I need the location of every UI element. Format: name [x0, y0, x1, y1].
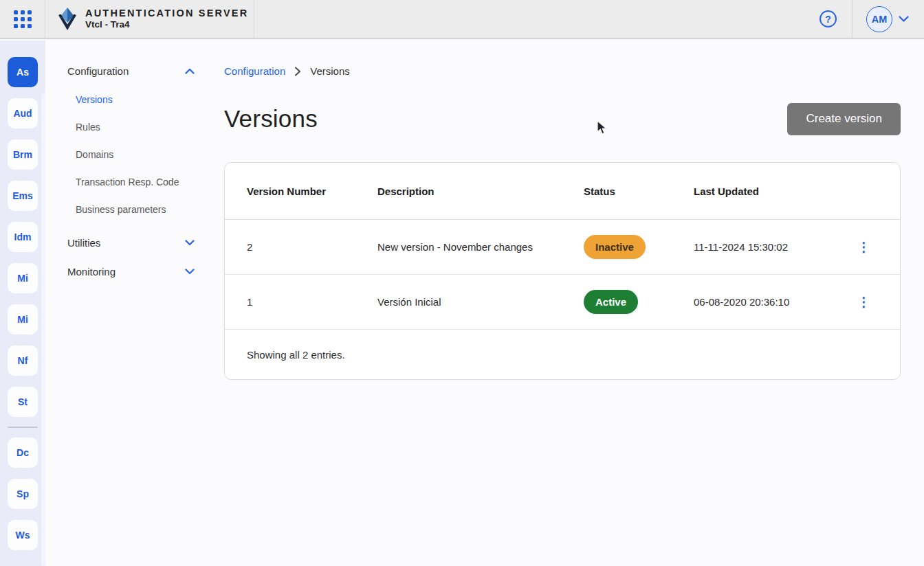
cell-actions: ⋮: [855, 240, 872, 253]
kebab-menu-icon[interactable]: ⋮: [857, 240, 870, 254]
table-row: 2 New version - November changes Inactiv…: [225, 220, 900, 275]
rail-item-mi[interactable]: Mi: [8, 304, 38, 335]
column-header-version-number: Version Number: [247, 185, 377, 197]
versions-table-body: 2 New version - November changes Inactiv…: [225, 220, 900, 330]
rail-item-ems[interactable]: Ems: [8, 181, 38, 211]
kebab-menu-icon[interactable]: ⋮: [857, 295, 870, 309]
chevron-down-icon: [899, 16, 909, 22]
column-header-status: Status: [584, 185, 694, 197]
rail-item-st[interactable]: St: [8, 387, 38, 417]
rail-item-sp[interactable]: Sp: [8, 479, 38, 509]
entries-count-text: Showing all 2 entries.: [247, 349, 345, 361]
nav-section-label: Utilities: [67, 237, 100, 249]
nav-section-header[interactable]: Monitoring: [45, 262, 214, 281]
nav-section-label: Configuration: [67, 65, 129, 77]
sidebar-item-business-parameters[interactable]: Business parameters: [45, 196, 214, 223]
rail-item-brm[interactable]: Brm: [8, 139, 38, 170]
brand: AUTHENTICATION SERVER Vtcl - Tra4: [45, 0, 254, 38]
breadcrumb-chevron-icon: [294, 67, 301, 76]
status-badge: Active: [584, 290, 638, 314]
column-header-last-updated: Last Updated: [694, 185, 855, 197]
cell-version-number: 2: [247, 241, 377, 253]
nav-section: Monitoring: [45, 262, 214, 281]
cell-description: New version - November changes: [377, 241, 584, 253]
chevron-down-icon: [185, 269, 195, 275]
nav-section-label: Monitoring: [67, 266, 116, 278]
breadcrumb-link-configuration[interactable]: Configuration: [224, 65, 285, 77]
cell-actions: ⋮: [855, 295, 872, 308]
table-row: 1 Versión Inicial Active 06-08-2020 20:3…: [225, 275, 900, 330]
column-header-description: Description: [377, 185, 584, 197]
sidebar-item-domains[interactable]: Domains: [45, 141, 214, 168]
sidebar-item-versions[interactable]: Versions: [45, 86, 214, 113]
cell-status: Inactive: [584, 235, 694, 259]
rail-item-idm[interactable]: Idm: [8, 222, 38, 252]
help-icon[interactable]: ?: [820, 10, 837, 27]
apps-grid-icon: [14, 10, 32, 28]
cell-version-number: 1: [247, 296, 377, 308]
sidebar-item-rules[interactable]: Rules: [45, 113, 214, 141]
brand-text: AUTHENTICATION SERVER Vtcl - Tra4: [85, 7, 248, 31]
nav-sublist: VersionsRulesDomainsTransaction Resp. Co…: [45, 86, 214, 223]
rail-divider: [8, 427, 38, 428]
sidebar-item-transaction-resp-code[interactable]: Transaction Resp. Code: [45, 168, 214, 196]
avatar: AM: [866, 6, 892, 32]
breadcrumb-current: Versions: [310, 65, 350, 77]
gem-logo-icon: [57, 7, 78, 32]
cell-description: Versión Inicial: [377, 296, 584, 308]
versions-table: Version Number Description Status Last U…: [224, 162, 901, 380]
rail-item-as[interactable]: As: [8, 57, 38, 87]
rail-item-dc[interactable]: Dc: [8, 438, 38, 468]
cell-last-updated: 06-08-2020 20:36:10: [694, 296, 855, 308]
app-subtitle: Vtcl - Tra4: [85, 19, 248, 31]
table-header-row: Version Number Description Status Last U…: [225, 163, 900, 220]
user-menu[interactable]: AM: [852, 0, 924, 38]
topbar: AUTHENTICATION SERVER Vtcl - Tra4 ? AM: [0, 0, 924, 39]
cell-status: Active: [584, 290, 694, 314]
nav-section: Configuration VersionsRulesDomainsTransa…: [45, 61, 214, 223]
nav-section: Utilities: [45, 233, 214, 252]
cell-last-updated: 11-11-2024 15:30:02: [694, 241, 855, 253]
create-version-button[interactable]: Create version: [787, 103, 901, 135]
app-rail: AsAudBrmEmsIdmMiMiNfSt DcSpWs: [0, 41, 45, 566]
nav-section-header[interactable]: Configuration: [45, 61, 214, 80]
apps-grid-button[interactable]: [0, 0, 45, 38]
chevron-down-icon: [185, 68, 195, 74]
rail-item-aud[interactable]: Aud: [8, 98, 38, 128]
app-title: AUTHENTICATION SERVER: [85, 7, 248, 19]
rail-item-mi[interactable]: Mi: [8, 263, 38, 293]
sidebar-nav: Configuration VersionsRulesDomainsTransa…: [45, 41, 214, 566]
chevron-down-icon: [185, 240, 195, 246]
rail-item-nf[interactable]: Nf: [8, 346, 38, 376]
rail-item-ws[interactable]: Ws: [8, 520, 38, 550]
table-footer: Showing all 2 entries.: [225, 330, 900, 379]
breadcrumb: Configuration Versions: [224, 65, 901, 77]
nav-section-header[interactable]: Utilities: [45, 233, 214, 252]
status-badge: Inactive: [584, 235, 646, 259]
main-content: Configuration Versions Versions Create v…: [214, 41, 924, 566]
page-title: Versions: [224, 105, 318, 133]
